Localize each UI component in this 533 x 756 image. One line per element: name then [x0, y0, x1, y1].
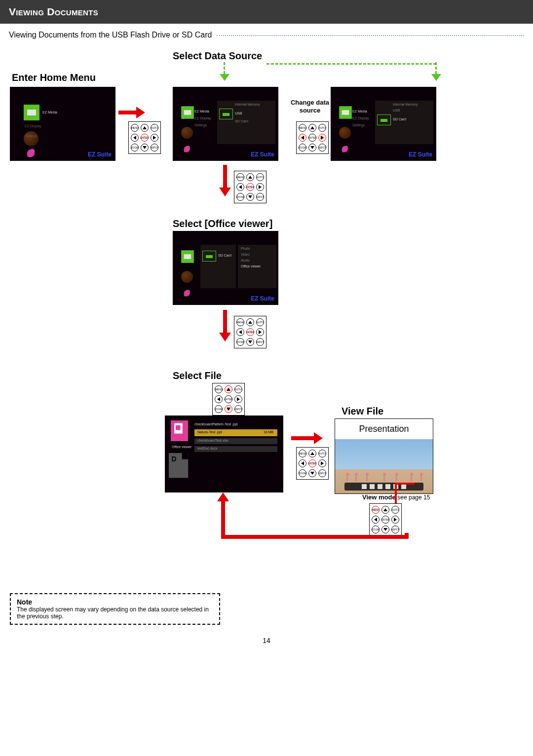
s2-usb-icon	[219, 109, 233, 119]
s2-brown	[181, 127, 193, 139]
s2-usb: USB	[235, 112, 242, 115]
remote-auto: AUTO	[151, 124, 158, 132]
presentation-box: Presentation	[335, 418, 433, 494]
remote-zoom: ZOOM	[131, 144, 139, 151]
s2-tile-green	[181, 106, 194, 119]
file-row1-size: 18 MB	[264, 430, 273, 434]
re3-enter: ENTER	[246, 328, 254, 336]
tile-ez-media-icon	[24, 105, 39, 120]
remote-up	[141, 124, 149, 132]
s3-brown	[339, 127, 351, 139]
remote-enter-1: MENU AUTO ENTER ZOOM ASPCT	[128, 121, 161, 154]
s4-tile-green	[181, 250, 194, 263]
remote-enter-2: MENU AUTO ENTER ZOOM ASPCT	[234, 171, 266, 203]
red-return-vshort	[405, 533, 409, 539]
page-number: 14	[263, 637, 270, 644]
s4-photo: Photo	[241, 247, 250, 250]
red-connector-v	[395, 485, 397, 503]
remote-left	[131, 134, 139, 142]
arrow-to-office	[219, 165, 231, 196]
label-select-data-source: Select Data Source	[173, 50, 262, 62]
page: Viewing Documents Viewing Documents from…	[0, 0, 533, 707]
rlr-left	[299, 134, 306, 142]
green-arrow-right	[431, 62, 441, 81]
rlr-zoom: ZOOM	[299, 144, 306, 151]
s4-office: Office viewer	[241, 265, 261, 268]
rlr-up	[308, 124, 316, 132]
remote-aspect: ASPCT	[151, 144, 158, 151]
remote-menu: MENU	[131, 124, 139, 132]
s2-ez-media: EZ Media	[194, 110, 209, 113]
s2-brand: EZ Suite	[251, 151, 274, 158]
rlr-auto: AUTO	[318, 124, 326, 132]
screen-source-sd: EZ Media EZ Display Settings Internal Me…	[331, 87, 436, 161]
s3-tile-green	[339, 106, 352, 119]
rlr-right	[318, 134, 326, 142]
s3-sd-icon	[377, 114, 391, 125]
doc-placeholder-icon	[169, 453, 188, 478]
s2-internal: Internal Memory	[235, 103, 260, 106]
s2-settings: Settings	[194, 123, 207, 127]
s4-sd: SD Card	[218, 254, 231, 257]
s3-pink	[339, 143, 351, 154]
rlr-enter: ENTER	[308, 134, 316, 142]
note-box: Note The displayed screen may vary depen…	[10, 593, 220, 625]
s4-audio: Audio	[241, 259, 250, 262]
red-return-head	[217, 492, 229, 501]
arrow-to-file	[219, 310, 231, 341]
red-return-h	[221, 535, 409, 539]
s4-sd-icon	[202, 251, 216, 262]
s4-video: Video	[241, 253, 250, 256]
s3-ez-display: EZ Display	[352, 116, 369, 120]
view-mode-ref: see page 15	[397, 494, 430, 501]
file-row2-name: checkboardTest.xlsx	[197, 439, 228, 442]
note-title: Note	[17, 598, 213, 606]
arrow-to-view	[291, 432, 323, 444]
rud-up	[225, 385, 232, 393]
rlr-aspect: ASPCT	[318, 144, 326, 151]
file-row3-name: textDoc.docx	[197, 447, 217, 450]
rlr-down	[308, 144, 316, 151]
screen-home-menu: EZ Media EZ Display Settings EZ Suite	[10, 87, 115, 161]
screen-office-viewer: SD Card Photo Video Audio Office viewer …	[173, 231, 278, 305]
screen-file-list: Office viewer checkboardPattern-Test .pp…	[165, 416, 283, 492]
s3-usb: USB	[393, 109, 400, 112]
menu-settings: Settings	[25, 134, 37, 138]
file-label: Office viewer	[172, 445, 191, 449]
s2-ez-display: EZ Display	[194, 116, 211, 120]
presentation-image	[335, 439, 433, 493]
remote-enter: ENTER	[141, 134, 149, 142]
re4-enter: ENTER	[308, 459, 316, 467]
remote-right	[151, 134, 158, 142]
tile-pink-icon	[24, 145, 38, 160]
s2-sd: SD Card	[235, 119, 248, 123]
remote-lr: MENU AUTO ENTER ZOOM ASPCT	[296, 121, 329, 154]
label-select-office-viewer: Select [Office viewer]	[173, 218, 272, 229]
note-body: The displayed screen may vary depending …	[17, 606, 213, 620]
re2-enter: ENTER	[246, 183, 254, 191]
rud-down	[225, 405, 232, 413]
s2-pink	[181, 143, 193, 154]
label-view-file: View File	[342, 406, 383, 417]
dotted-rule	[217, 35, 524, 36]
remote-enter-4: MENU AUTO ENTER ZOOM ASPCT	[296, 447, 329, 480]
file-row1-name: Natura-Test .ppt	[197, 430, 222, 434]
red-connector-h	[395, 483, 415, 485]
green-arrow-left	[220, 62, 229, 81]
section-header: Viewing Documents	[0, 0, 533, 24]
screen-source-usb: EZ Media EZ Display Settings Internal Me…	[173, 87, 278, 161]
rlr-menu: MENU	[299, 124, 306, 132]
s4-pink	[181, 287, 193, 299]
file-header: checkboardPattern-Test .ppt	[194, 422, 238, 426]
view-mode-text: View mode	[362, 493, 396, 501]
s3-sd: SD Card	[393, 117, 406, 121]
s4-brown	[181, 271, 193, 283]
red-return-v	[221, 499, 225, 539]
green-dash-horizontal	[266, 63, 436, 65]
label-select-file: Select File	[173, 370, 222, 381]
arrow-home-to-source	[118, 107, 145, 118]
label-change-data-source: Change data source	[290, 99, 330, 114]
remote-updown: MENU AUTO ENTER ZOOM ASPCT	[212, 383, 245, 416]
remote-menu-highlight: MENU AUTO ENTER ZOOM ASPCT	[369, 503, 402, 536]
menu-ez-display: EZ Display	[25, 124, 41, 128]
